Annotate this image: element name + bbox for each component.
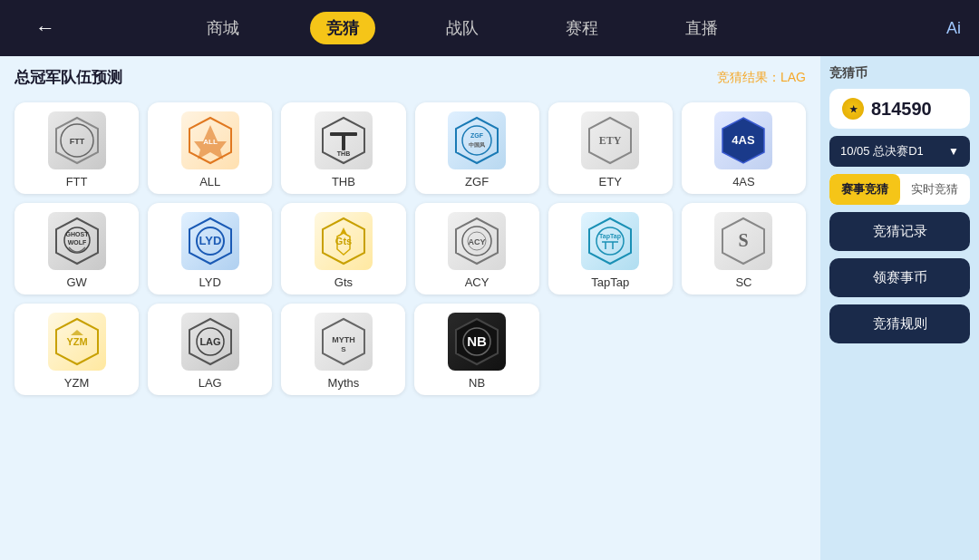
left-content: 总冠军队伍预测 竞猜结果：LAG FTT FTT bbox=[0, 56, 820, 560]
svg-text:WOLF: WOLF bbox=[67, 239, 86, 246]
svg-text:4AS: 4AS bbox=[732, 133, 756, 147]
team-logo-gts: Gts bbox=[313, 210, 374, 272]
team-card-zgf[interactable]: ZGF 中国风 ZGF bbox=[415, 102, 539, 194]
team-logo-ftt: FTT bbox=[46, 110, 108, 171]
team-logo-nb: NB bbox=[446, 311, 508, 372]
team-name-zgf: ZGF bbox=[465, 175, 489, 188]
svg-text:TapTap: TapTap bbox=[599, 233, 621, 240]
right-sidebar: 竞猜币 ★ 814590 10/05 总决赛D1 ▼ 赛事竞猜 实时竞猜 竞猜记… bbox=[820, 56, 979, 560]
svg-text:ALL: ALL bbox=[203, 138, 218, 146]
team-card-acy[interactable]: ACY ACY bbox=[415, 203, 539, 294]
nav-item-guess[interactable]: 竞猜 bbox=[310, 12, 375, 44]
team-card-yzm[interactable]: YZM YZM bbox=[15, 304, 139, 395]
coin-label: 竞猜币 bbox=[829, 65, 970, 82]
team-logo-yzm: YZM bbox=[46, 311, 108, 372]
nav-item-schedule[interactable]: 赛程 bbox=[549, 12, 615, 44]
team-logo-4as: 4AS bbox=[712, 110, 774, 171]
team-name-gts: Gts bbox=[334, 275, 353, 289]
team-name-acy: ACY bbox=[465, 275, 490, 289]
team-card-all[interactable]: ALL ALL bbox=[148, 102, 272, 194]
team-name-4as: 4AS bbox=[732, 175, 755, 188]
svg-text:S: S bbox=[341, 345, 346, 353]
btn-guess-rules[interactable]: 竞猜规则 bbox=[829, 304, 970, 343]
svg-point-20 bbox=[596, 227, 624, 255]
team-card-4as[interactable]: 4AS 4AS bbox=[682, 102, 806, 194]
team-card-thb[interactable]: THB THB bbox=[281, 102, 405, 194]
back-icon: ← bbox=[35, 16, 55, 40]
team-grid-row2: GHOST WOLF GW LYD bbox=[15, 203, 806, 294]
svg-text:LAG: LAG bbox=[199, 336, 220, 347]
team-logo-gw: GHOST WOLF bbox=[46, 210, 108, 272]
team-logo-lyd: LYD bbox=[179, 210, 241, 272]
svg-text:GHOST: GHOST bbox=[65, 231, 89, 237]
tab-container: 赛事竞猜 实时竞猜 bbox=[829, 174, 970, 205]
team-name-all: ALL bbox=[199, 175, 220, 188]
btn-get-coins[interactable]: 领赛事币 bbox=[829, 258, 970, 297]
section-header: 总冠军队伍预测 竞猜结果：LAG bbox=[15, 67, 806, 88]
svg-text:ACY: ACY bbox=[469, 237, 486, 246]
section-result: 竞猜结果：LAG bbox=[717, 70, 806, 86]
team-name-ety: ETY bbox=[599, 175, 622, 188]
team-card-gw[interactable]: GHOST WOLF GW bbox=[15, 203, 139, 294]
btn-guess-record[interactable]: 竞猜记录 bbox=[829, 212, 970, 251]
team-name-yzm: YZM bbox=[64, 376, 89, 390]
back-button[interactable]: ← bbox=[18, 16, 73, 40]
result-value: LAG bbox=[780, 70, 806, 84]
nav-item-live[interactable]: 直播 bbox=[669, 12, 734, 44]
team-card-lag[interactable]: LAG LAG bbox=[148, 304, 272, 395]
svg-text:MYTH: MYTH bbox=[332, 335, 355, 344]
tab-realtime-guess[interactable]: 实时竞猜 bbox=[900, 174, 971, 205]
main-layout: 总冠军队伍预测 竞猜结果：LAG FTT FTT bbox=[0, 56, 979, 560]
team-logo-myths: MYTH S bbox=[313, 311, 374, 372]
svg-text:YZM: YZM bbox=[66, 336, 87, 347]
coin-box: ★ 814590 bbox=[829, 89, 970, 129]
team-name-thb: THB bbox=[332, 175, 355, 188]
team-name-lyd: LYD bbox=[199, 275, 221, 289]
team-name-taptap: TapTap bbox=[591, 275, 629, 289]
match-selector[interactable]: 10/05 总决赛D1 ▼ bbox=[829, 136, 970, 167]
team-name-nb: NB bbox=[469, 376, 485, 390]
team-logo-acy: ACY bbox=[446, 210, 508, 272]
top-nav: ← 商城 竞猜 战队 赛程 直播 Ai bbox=[0, 0, 979, 56]
team-name-lag: LAG bbox=[199, 376, 222, 390]
section-title: 总冠军队伍预测 bbox=[15, 67, 122, 88]
coin-value: 814590 bbox=[871, 99, 932, 120]
match-label: 10/05 总决赛D1 bbox=[840, 143, 924, 159]
nav-ai-label: Ai bbox=[852, 19, 961, 38]
team-card-myths[interactable]: MYTH S Myths bbox=[281, 304, 405, 395]
nav-item-shop[interactable]: 商城 bbox=[190, 12, 256, 44]
team-name-sc: SC bbox=[735, 275, 751, 289]
team-name-myths: Myths bbox=[328, 376, 360, 390]
team-grid-row3: YZM YZM LAG bbox=[15, 304, 806, 395]
svg-text:THB: THB bbox=[337, 150, 350, 157]
team-logo-thb: THB bbox=[313, 110, 374, 171]
tab-event-guess[interactable]: 赛事竞猜 bbox=[829, 174, 900, 205]
team-name-gw: GW bbox=[66, 275, 86, 289]
coin-icon: ★ bbox=[842, 98, 864, 120]
svg-text:NB: NB bbox=[467, 333, 487, 349]
chevron-down-icon: ▼ bbox=[948, 145, 959, 158]
team-card-taptap[interactable]: TapTap TapTap bbox=[548, 203, 673, 294]
team-card-gts[interactable]: Gts Gts bbox=[281, 203, 405, 294]
svg-text:Gts: Gts bbox=[335, 236, 352, 246]
team-card-ety[interactable]: ETY ETY bbox=[548, 102, 673, 194]
team-logo-lag: LAG bbox=[179, 311, 241, 372]
nav-item-team[interactable]: 战队 bbox=[430, 12, 495, 44]
svg-point-6 bbox=[462, 126, 491, 155]
team-name-ftt: FTT bbox=[66, 175, 88, 188]
team-card-sc[interactable]: S SC bbox=[682, 203, 806, 294]
svg-rect-4 bbox=[342, 132, 345, 150]
result-prefix: 竞猜结果： bbox=[717, 70, 780, 84]
team-grid-row1: FTT FTT ALL ALL bbox=[15, 102, 806, 194]
team-logo-taptap: TapTap bbox=[579, 210, 641, 272]
team-card-nb[interactable]: NB NB bbox=[414, 304, 538, 395]
team-card-ftt[interactable]: FTT FTT bbox=[15, 102, 139, 194]
team-logo-sc: S bbox=[712, 210, 774, 272]
svg-text:LYD: LYD bbox=[199, 234, 221, 247]
svg-text:中国风: 中国风 bbox=[469, 141, 485, 148]
team-logo-all: ALL bbox=[179, 110, 241, 171]
nav-items: 商城 竞猜 战队 赛程 直播 bbox=[73, 12, 852, 44]
team-card-lyd[interactable]: LYD LYD bbox=[148, 203, 272, 294]
svg-text:ZGF: ZGF bbox=[470, 132, 484, 139]
svg-text:ETY: ETY bbox=[599, 134, 622, 147]
